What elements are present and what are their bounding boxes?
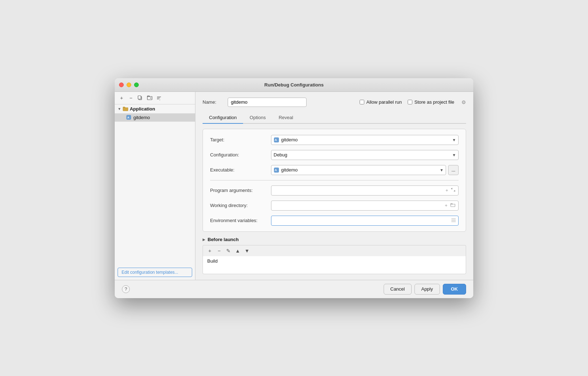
target-dropdown[interactable]: A gitdemo ▼ — [271, 135, 459, 145]
ok-button[interactable]: OK — [443, 284, 466, 295]
gear-icon[interactable]: ⚙ — [461, 99, 466, 105]
target-dropdown-arrow: ▼ — [452, 138, 456, 142]
target-app-icon: A — [274, 137, 279, 143]
env-vars-control — [271, 216, 459, 226]
right-panel: Name: Allow parallel run Store as projec… — [195, 92, 473, 280]
config-dropdown-arrow: ▼ — [452, 153, 456, 157]
executable-app-icon: A — [274, 167, 279, 173]
before-launch-chevron-icon[interactable]: ▶ — [203, 238, 205, 241]
program-args-field[interactable]: + — [271, 185, 459, 196]
tab-reveal[interactable]: Reveal — [272, 112, 299, 124]
allow-parallel-label: Allow parallel run — [360, 99, 402, 105]
executable-dropdown[interactable]: A gitdemo ▼ — [271, 165, 446, 175]
store-as-project-label: Store as project file — [408, 99, 454, 105]
configuration-row: Configuration: Debug ▼ — [210, 150, 459, 160]
env-vars-list-icon[interactable] — [451, 218, 456, 224]
tree-area: ▼ Application A gitdemo — [115, 104, 195, 265]
executable-more-button[interactable]: ... — [448, 165, 459, 175]
tree-group-label: Application — [130, 106, 155, 112]
working-dir-label: Working directory: — [210, 203, 267, 208]
tab-options[interactable]: Options — [243, 112, 272, 124]
left-panel: + − + — [115, 92, 195, 280]
program-args-row: Program arguments: + — [210, 185, 459, 196]
executable-label: Executable: — [210, 167, 267, 173]
program-args-expand-icon[interactable] — [450, 187, 456, 194]
env-vars-label: Environment variables: — [210, 218, 267, 223]
target-row: Target: A gitdemo ▼ — [210, 135, 459, 145]
working-dir-control: + — [271, 201, 459, 211]
close-button[interactable] — [119, 83, 124, 87]
svg-text:+: + — [150, 97, 151, 99]
new-folder-button[interactable]: + — [146, 94, 153, 102]
window-controls — [119, 83, 139, 87]
launch-down-button[interactable]: ▼ — [243, 247, 251, 255]
sort-button[interactable]: ↕ — [155, 94, 163, 102]
launch-up-button[interactable]: ▲ — [234, 247, 242, 255]
env-vars-row: Environment variables: — [210, 216, 459, 226]
working-dir-field[interactable]: + — [271, 201, 459, 211]
working-dir-row: Working directory: + — [210, 201, 459, 211]
configuration-control: Debug ▼ — [271, 150, 459, 160]
bottom-bar: ? Cancel Apply OK — [115, 280, 473, 298]
run-debug-dialog: Run/Debug Configurations + − + — [115, 78, 473, 298]
target-value: gitdemo — [281, 137, 452, 142]
svg-text:A: A — [127, 116, 129, 119]
executable-row: Executable: A gitdemo ▼ ... — [210, 165, 459, 175]
name-label: Name: — [203, 99, 220, 105]
launch-remove-button[interactable]: − — [215, 247, 223, 255]
before-launch-title: Before launch — [208, 237, 239, 242]
edit-templates-button[interactable]: Edit configuration templates... — [118, 268, 192, 277]
tabs-row: Configuration Options Reveal — [203, 112, 466, 124]
form-section: Target: A gitdemo ▼ Con — [203, 129, 466, 232]
svg-text:A: A — [275, 138, 277, 142]
copy-config-button[interactable] — [136, 94, 144, 102]
svg-text:A: A — [275, 168, 277, 172]
tree-chevron-icon: ▼ — [118, 107, 121, 111]
before-launch-header: ▶ Before launch — [203, 237, 466, 242]
tree-item-gitdemo[interactable]: A gitdemo — [115, 113, 195, 122]
maximize-button[interactable] — [134, 83, 139, 87]
folder-icon — [123, 106, 128, 111]
program-args-label: Program arguments: — [210, 188, 267, 193]
dialog-title: Run/Debug Configurations — [264, 82, 323, 88]
configuration-dropdown[interactable]: Debug ▼ — [271, 150, 459, 160]
launch-add-button[interactable]: + — [206, 247, 214, 255]
title-bar: Run/Debug Configurations — [115, 78, 473, 92]
executable-control: A gitdemo ▼ ... — [271, 165, 459, 175]
target-label: Target: — [210, 137, 267, 142]
tree-item-label: gitdemo — [133, 115, 150, 120]
tree-group-application[interactable]: ▼ Application — [115, 104, 195, 113]
launch-items-area: Build — [203, 256, 466, 274]
svg-rect-1 — [138, 96, 141, 99]
allow-parallel-checkbox[interactable] — [360, 100, 364, 104]
name-input[interactable] — [228, 98, 307, 107]
working-dir-add-icon[interactable]: + — [444, 202, 448, 209]
store-as-project-checkbox[interactable] — [408, 100, 412, 104]
program-args-add-icon[interactable]: + — [445, 187, 449, 194]
working-dir-browse-icon[interactable] — [450, 202, 456, 209]
add-config-button[interactable]: + — [118, 94, 125, 102]
program-args-control: + — [271, 185, 459, 196]
executable-value: gitdemo — [281, 167, 440, 173]
launch-item-build: Build — [203, 256, 466, 266]
cancel-button[interactable]: Cancel — [384, 284, 412, 295]
env-vars-field[interactable] — [271, 216, 459, 226]
name-row: Name: Allow parallel run Store as projec… — [203, 98, 466, 107]
tab-configuration[interactable]: Configuration — [203, 112, 243, 124]
target-control: A gitdemo ▼ — [271, 135, 459, 145]
dialog-body: + − + — [115, 92, 473, 280]
svg-text:↕: ↕ — [159, 98, 161, 100]
remove-config-button[interactable]: − — [127, 94, 135, 102]
form-separator — [210, 180, 459, 180]
options-group: Allow parallel run Store as project file… — [360, 99, 466, 105]
help-button[interactable]: ? — [122, 285, 130, 293]
apply-button[interactable]: Apply — [414, 284, 440, 295]
configuration-label: Configuration: — [210, 152, 267, 158]
launch-toolbar: + − ✎ ▲ ▼ — [203, 245, 466, 256]
minimize-button[interactable] — [127, 83, 131, 87]
launch-edit-button[interactable]: ✎ — [224, 247, 232, 255]
executable-dropdown-arrow: ▼ — [440, 168, 444, 172]
configuration-value: Debug — [274, 152, 452, 158]
left-toolbar: + − + — [115, 92, 195, 104]
config-item-icon: A — [126, 115, 131, 120]
